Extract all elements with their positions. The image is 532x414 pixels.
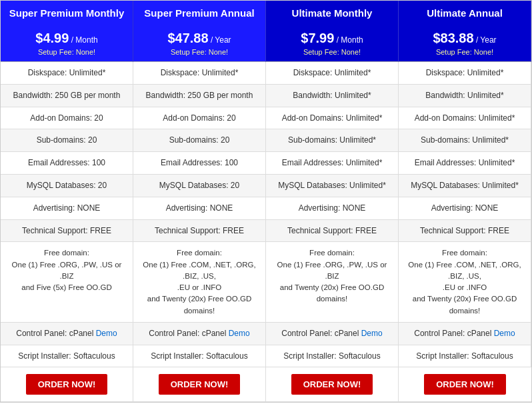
order-now-button-2[interactable]: ORDER NOW! <box>159 374 241 395</box>
addon-domains-4: Add-on Domains: Unlimited* <box>399 107 531 130</box>
diskspace-3: Diskspace: Unlimited* <box>266 62 399 85</box>
price-amount-1: $4.99 / Month <box>3 31 130 46</box>
price-amount-3: $7.99 / Month <box>269 31 395 46</box>
support-2: Technical Support: FREE <box>133 220 266 243</box>
email-2: Email Addresses: 100 <box>133 152 266 175</box>
order-now-button-3[interactable]: ORDER NOW! <box>291 374 373 395</box>
advertising-3: Advertising: NONE <box>266 197 399 220</box>
subdomains-4: Sub-domains: Unlimited* <box>399 129 531 152</box>
setup-fee-3: Setup Fee: None! <box>269 48 395 56</box>
price-amount-2: $47.88 / Year <box>136 31 263 46</box>
email-1: Email Addresses: 100 <box>1 152 133 175</box>
setup-fee-2: Setup Fee: None! <box>136 48 263 56</box>
diskspace-2: Diskspace: Unlimited* <box>133 62 266 85</box>
script-installer-4: Script Installer: Softaculous <box>399 345 531 368</box>
demo-link-4[interactable]: Demo <box>494 329 515 338</box>
support-3: Technical Support: FREE <box>266 220 399 243</box>
cpanel-2: Control Panel: cPanel Demo <box>133 323 266 345</box>
advertising-4: Advertising: NONE <box>399 197 531 220</box>
cpanel-1: Control Panel: cPanel Demo <box>1 323 133 345</box>
addon-domains-3: Add-on Domains: Unlimited* <box>266 107 399 130</box>
setup-fee-4: Setup Fee: None! <box>401 48 528 56</box>
script-installer-2: Script Installer: Softaculous <box>133 345 266 368</box>
price-block-ultimate-monthly: $7.99 / Month Setup Fee: None! <box>266 25 399 62</box>
email-4: Email Addresses: Unlimited* <box>399 152 531 175</box>
plan-header-ultimate-monthly: Ultimate Monthly <box>266 1 399 25</box>
diskspace-1: Diskspace: Unlimited* <box>1 62 133 85</box>
price-block-super-premium-monthly: $4.99 / Month Setup Fee: None! <box>1 25 133 62</box>
bandwidth-4: Bandwidth: Unlimited* <box>399 85 531 107</box>
plan-header-ultimate-annual: Ultimate Annual <box>399 1 531 25</box>
script-installer-1: Script Installer: Softaculous <box>1 345 133 368</box>
demo-link-3[interactable]: Demo <box>361 329 383 338</box>
order-now-button-1[interactable]: ORDER NOW! <box>26 374 108 395</box>
mysql-3: MySQL Databases: Unlimited* <box>266 175 399 197</box>
mysql-1: MySQL Databases: 20 <box>1 175 133 197</box>
script-installer-3: Script Installer: Softaculous <box>266 345 399 368</box>
order-btn-cell-3: ORDER NOW! <box>266 367 399 402</box>
free-domain-2: Free domain: One (1) Free .COM, .NET, .O… <box>133 242 266 323</box>
order-btn-cell-1: ORDER NOW! <box>1 367 133 402</box>
bandwidth-1: Bandwidth: 250 GB per month <box>1 85 133 107</box>
addon-domains-2: Add-on Domains: 20 <box>133 107 266 130</box>
price-block-super-premium-annual: $47.88 / Year Setup Fee: None! <box>133 25 266 62</box>
bandwidth-3: Bandwidth: Unlimited* <box>266 85 399 107</box>
support-4: Technical Support: FREE <box>399 220 531 243</box>
support-1: Technical Support: FREE <box>1 220 133 243</box>
free-domain-1: Free domain: One (1) Free .ORG, .PW, .US… <box>1 242 133 323</box>
setup-fee-1: Setup Fee: None! <box>3 48 130 56</box>
advertising-1: Advertising: NONE <box>1 197 133 220</box>
subdomains-2: Sub-domains: 20 <box>133 129 266 152</box>
cpanel-4: Control Panel: cPanel Demo <box>399 323 531 345</box>
advertising-2: Advertising: NONE <box>133 197 266 220</box>
mysql-2: MySQL Databases: 20 <box>133 175 266 197</box>
demo-link-2[interactable]: Demo <box>229 329 250 338</box>
price-block-ultimate-annual: $83.88 / Year Setup Fee: None! <box>399 25 531 62</box>
free-domain-4: Free domain: One (1) Free .COM, .NET, .O… <box>399 242 531 323</box>
free-domain-3: Free domain: One (1) Free .ORG, .PW, .US… <box>266 242 399 323</box>
diskspace-4: Diskspace: Unlimited* <box>399 62 531 85</box>
order-btn-cell-4: ORDER NOW! <box>399 367 531 402</box>
price-amount-4: $83.88 / Year <box>401 31 528 46</box>
subdomains-3: Sub-domains: Unlimited* <box>266 129 399 152</box>
plan-header-super-premium-annual: Super Premium Annual <box>133 1 266 25</box>
subdomains-1: Sub-domains: 20 <box>1 129 133 152</box>
email-3: Email Addresses: Unlimited* <box>266 152 399 175</box>
order-btn-cell-2: ORDER NOW! <box>133 367 266 402</box>
cpanel-3: Control Panel: cPanel Demo <box>266 323 399 345</box>
bandwidth-2: Bandwidth: 250 GB per month <box>133 85 266 107</box>
pricing-table: Super Premium Monthly Super Premium Annu… <box>0 0 532 403</box>
plan-header-super-premium-monthly: Super Premium Monthly <box>1 1 133 25</box>
order-now-button-4[interactable]: ORDER NOW! <box>424 374 506 395</box>
addon-domains-1: Add-on Domains: 20 <box>1 107 133 130</box>
demo-link-1[interactable]: Demo <box>96 329 117 338</box>
mysql-4: MySQL Databases: Unlimited* <box>399 175 531 197</box>
